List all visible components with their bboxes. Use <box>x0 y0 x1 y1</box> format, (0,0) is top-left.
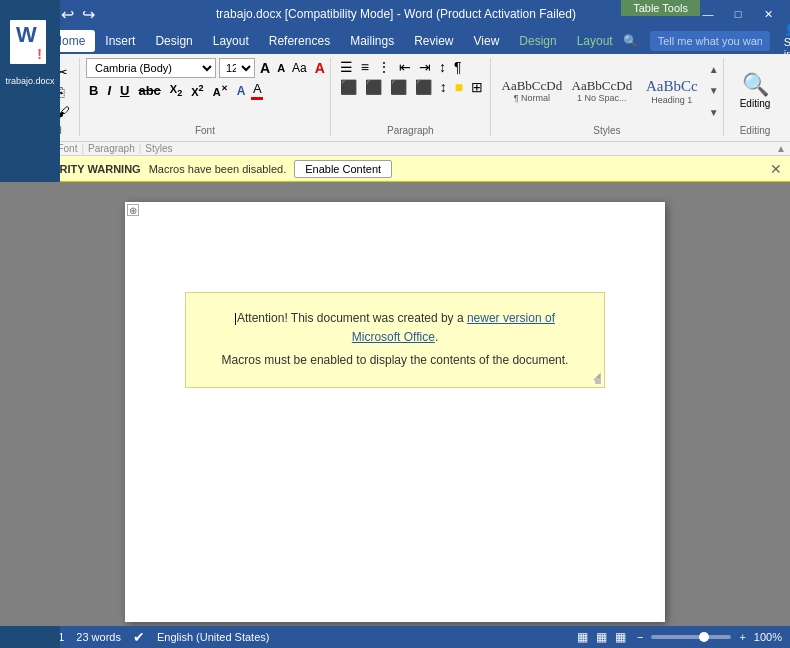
align-right-button[interactable]: ⬛ <box>387 78 410 96</box>
zoom-minus[interactable]: − <box>637 631 643 643</box>
ribbon-wrapper: 📋 Paste ✂ ⎘ 🖌 Clipboard Cambria <box>0 54 790 156</box>
menu-design2[interactable]: Design <box>509 30 566 52</box>
clear-format-button[interactable]: A✕ <box>210 83 231 99</box>
underline-button[interactable]: U <box>117 82 132 99</box>
highlight-color-button[interactable]: A <box>312 59 328 77</box>
subscript-button[interactable]: X2 <box>167 82 185 99</box>
redo-button[interactable]: ↪ <box>79 5 98 24</box>
style-heading1-preview: AaBbCc <box>646 77 698 95</box>
superscript-button[interactable]: X2 <box>188 82 206 99</box>
zoom-plus[interactable]: + <box>739 631 745 643</box>
justify-button[interactable]: ⬛ <box>412 78 435 96</box>
font-size-select[interactable]: 12 <box>219 58 255 78</box>
editing-group: 🔍 Editing Editing <box>726 58 786 136</box>
borders-button[interactable]: ⊞ <box>468 78 486 96</box>
font-name-select[interactable]: Cambria (Body) <box>86 58 216 78</box>
strikethrough-button[interactable]: abc <box>135 82 163 99</box>
styles-scroll-down[interactable]: ▼ <box>709 85 719 96</box>
bold-button[interactable]: B <box>86 82 101 99</box>
italic-button[interactable]: I <box>104 82 114 99</box>
show-marks-button[interactable]: ¶ <box>451 58 465 76</box>
styles-label: Styles <box>497 123 717 136</box>
enable-content-button[interactable]: Enable Content <box>294 160 392 178</box>
style-normal[interactable]: AaBbCcDd ¶ Normal <box>498 62 566 120</box>
line-spacing-button[interactable]: ↕ <box>437 78 450 96</box>
document-content[interactable]: Attention! This document was created by … <box>145 222 645 418</box>
editing-group-label: Editing <box>730 123 780 136</box>
shading-button[interactable]: ■ <box>452 78 466 96</box>
styles-more[interactable]: ▼ <box>709 107 719 118</box>
numbering-button[interactable]: ≡ <box>358 58 372 76</box>
ribbon-collapse-button[interactable]: ▲ <box>776 143 786 154</box>
font-shrink-button[interactable]: A <box>275 61 287 75</box>
resize-icon[interactable]: ◢ <box>593 368 601 384</box>
notice-pre: Attention! This document was created by … <box>237 311 467 325</box>
menu-review[interactable]: Review <box>404 30 463 52</box>
paragraph-group: ☰ ≡ ⋮ ⇤ ⇥ ↕ ¶ ⬛ ⬛ ⬛ ⬛ ↕ ■ <box>333 58 491 136</box>
spell-check-icon[interactable]: ✔ <box>133 629 145 645</box>
menu-insert[interactable]: Insert <box>95 30 145 52</box>
text-effects-button[interactable]: A <box>234 83 249 99</box>
status-bar: Page 1 of 1 23 words ✔ English (United S… <box>0 626 790 648</box>
font-color-button[interactable]: A <box>251 81 263 100</box>
paragraph-content: ☰ ≡ ⋮ ⇤ ⇥ ↕ ¶ ⬛ ⬛ ⬛ ⬛ ↕ ■ <box>337 58 486 123</box>
title-bar-title: trabajo.docx [Compatibility Mode] - Word… <box>98 7 694 21</box>
align-left-button[interactable]: ⬛ <box>337 78 360 96</box>
menu-design[interactable]: Design <box>145 30 202 52</box>
document-area: isk4.com ⊕ Attention! This document was … <box>0 182 790 626</box>
font-content: Cambria (Body) 12 A A Aa A B I U <box>86 58 328 123</box>
security-message: Macros have been disabled. <box>149 163 287 175</box>
print-layout-button[interactable]: ▦ <box>574 630 591 644</box>
title-text: trabajo.docx [Compatibility Mode] - Word… <box>216 7 576 21</box>
style-heading1[interactable]: AaBbCc Heading 1 <box>638 62 706 120</box>
document-page: ⊕ Attention! This document was created b… <box>125 202 665 622</box>
tell-me-input[interactable] <box>650 31 770 51</box>
main-window: W 💾 ↩ ↪ trabajo.docx [Compatibility Mode… <box>0 0 790 648</box>
notice-line1: Attention! This document was created by … <box>216 309 574 347</box>
menu-layout2[interactable]: Layout <box>567 30 623 52</box>
text-cursor <box>235 313 236 325</box>
undo-redo-group: ↩ ↪ <box>58 5 98 24</box>
font-group: Cambria (Body) 12 A A Aa A B I U <box>82 58 331 136</box>
web-layout-button[interactable]: ▦ <box>593 630 610 644</box>
change-case-button[interactable]: Aa <box>290 60 309 76</box>
editing-content: 🔍 Editing <box>730 58 780 123</box>
zoom-level[interactable]: 100% <box>754 631 782 643</box>
menu-references[interactable]: References <box>259 30 340 52</box>
status-right: ▦ ▦ ▦ − + 100% <box>574 630 782 644</box>
menu-view[interactable]: View <box>464 30 510 52</box>
align-center-button[interactable]: ⬛ <box>362 78 385 96</box>
para-row-1: ☰ ≡ ⋮ ⇤ ⇥ ↕ ¶ <box>337 58 465 76</box>
undo-button[interactable]: ↩ <box>58 5 77 24</box>
font-grow-button[interactable]: A <box>258 59 272 77</box>
paragraph-tab-label: Paragraph <box>88 143 135 154</box>
menu-layout[interactable]: Layout <box>203 30 259 52</box>
style-no-space-preview: AaBbCcDd <box>572 78 633 94</box>
para-row-2: ⬛ ⬛ ⬛ ⬛ ↕ ■ ⊞ <box>337 78 486 96</box>
increase-indent-button[interactable]: ⇥ <box>416 58 434 76</box>
expand-handle[interactable]: ⊕ <box>127 204 139 216</box>
sort-button[interactable]: ↕ <box>436 58 449 76</box>
multilevel-button[interactable]: ⋮ <box>374 58 394 76</box>
styles-scroll-up[interactable]: ▲ <box>709 64 719 75</box>
editing-label: Editing <box>740 98 771 109</box>
ribbon-bottom: Clipboard | Font | Paragraph | Styles ▲ <box>0 142 790 156</box>
editing-icon: 🔍 <box>742 72 769 98</box>
word-count: 23 words <box>76 631 121 643</box>
styles-content: AaBbCcDd ¶ Normal AaBbCcDd 1 No Spac... … <box>497 58 721 123</box>
zoom-slider[interactable] <box>651 635 731 639</box>
language[interactable]: English (United States) <box>157 631 270 643</box>
security-close-button[interactable]: ✕ <box>770 161 782 177</box>
bullets-button[interactable]: ☰ <box>337 58 356 76</box>
decrease-indent-button[interactable]: ⇤ <box>396 58 414 76</box>
zoom-thumb[interactable] <box>699 632 709 642</box>
view-buttons: ▦ ▦ ▦ <box>574 630 629 644</box>
menu-bar: File Home Insert Design Layout Reference… <box>0 28 790 54</box>
read-mode-button[interactable]: ▦ <box>612 630 629 644</box>
ribbon: 📋 Paste ✂ ⎘ 🖌 Clipboard Cambria <box>0 54 790 142</box>
style-no-space[interactable]: AaBbCcDd 1 No Spac... <box>568 62 636 120</box>
font-row-2: B I U abc X2 X2 A✕ A A <box>86 81 263 100</box>
editing-button[interactable]: 🔍 Editing <box>730 62 780 120</box>
styles-scroll-buttons: ▲ ▼ ▼ <box>707 62 721 120</box>
menu-mailings[interactable]: Mailings <box>340 30 404 52</box>
